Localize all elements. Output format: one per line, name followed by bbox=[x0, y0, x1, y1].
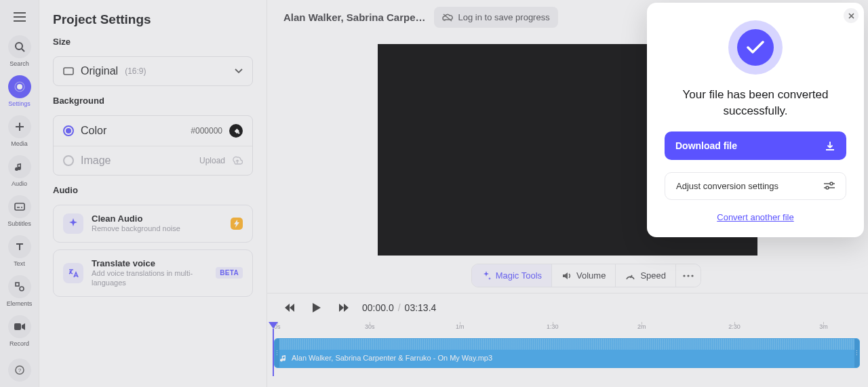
sliders-icon bbox=[824, 182, 835, 190]
audio-section-label: Audio bbox=[53, 185, 253, 195]
speed-button[interactable]: Speed bbox=[616, 264, 676, 287]
sidebar-item-label: Elements bbox=[7, 300, 33, 307]
sidebar-item-label: Record bbox=[9, 340, 29, 347]
magic-tools-button[interactable]: Magic Tools bbox=[472, 264, 552, 287]
clip-name: Alan Walker, Sabrina Carpenter & Farruko… bbox=[292, 354, 492, 362]
login-button[interactable]: Log in to save progress bbox=[434, 7, 558, 28]
svg-point-11 bbox=[683, 274, 685, 277]
timeline-tick: 1m bbox=[456, 323, 465, 330]
sidebar-item-elements[interactable]: Elements bbox=[3, 271, 37, 310]
size-select[interactable]: Original (16:9) bbox=[53, 56, 253, 86]
bg-image-label: Image bbox=[81, 155, 111, 167]
sidebar-item-settings[interactable]: Settings bbox=[3, 71, 37, 110]
clean-audio-sub: Remove background noise bbox=[92, 224, 222, 233]
modal-message: Your file has been converted successfull… bbox=[665, 87, 846, 119]
timeline-area: 00:00.0 / 03:13.4 0s30s1m1:302m2:303m ⋮ … bbox=[267, 293, 868, 376]
svg-rect-9 bbox=[64, 68, 73, 75]
cloud-off-icon bbox=[442, 13, 453, 22]
timeline-tick: 3m bbox=[819, 323, 828, 330]
speed-label: Speed bbox=[640, 270, 666, 281]
shapes-icon bbox=[8, 275, 31, 298]
time-display: 00:00.0 / 03:13.4 bbox=[362, 302, 436, 313]
background-options: Color #000000 Image Upload bbox=[53, 115, 253, 176]
background-image-option[interactable]: Image Upload bbox=[54, 146, 252, 175]
sidebar-item-search[interactable]: Search bbox=[3, 31, 37, 70]
sidebar-item-label: Settings bbox=[8, 100, 31, 107]
clean-audio-card[interactable]: Clean Audio Remove background noise bbox=[53, 205, 253, 243]
svg-point-14 bbox=[830, 182, 833, 185]
svg-point-1 bbox=[17, 84, 22, 89]
svg-point-10 bbox=[237, 132, 239, 134]
sidebar-item-audio[interactable]: Audio bbox=[3, 151, 37, 190]
subtitles-icon bbox=[8, 195, 31, 218]
download-icon bbox=[825, 140, 835, 151]
clip-handle-left[interactable]: ⋮ bbox=[275, 339, 279, 367]
adjust-settings-button[interactable]: Adjust conversion settings bbox=[665, 172, 846, 200]
play-button[interactable] bbox=[308, 299, 326, 317]
radio-unchecked-icon bbox=[63, 155, 74, 166]
download-button[interactable]: Download file bbox=[665, 131, 846, 160]
background-section-label: Background bbox=[53, 96, 253, 106]
close-icon bbox=[848, 13, 854, 19]
aspect-icon bbox=[63, 67, 74, 75]
size-section-label: Size bbox=[53, 37, 253, 47]
size-aspect: (16:9) bbox=[125, 66, 146, 76]
timeline-tick: 2m bbox=[637, 323, 646, 330]
color-swatch[interactable] bbox=[229, 124, 243, 138]
volume-label: Volume bbox=[576, 270, 606, 281]
svg-point-5 bbox=[20, 287, 24, 291]
chevron-down-icon bbox=[235, 68, 243, 74]
convert-another-link[interactable]: Convert another file bbox=[717, 212, 793, 222]
success-badge bbox=[728, 20, 783, 75]
translate-voice-card[interactable]: Translate voice Add voice translations i… bbox=[53, 249, 253, 297]
beta-badge: BETA bbox=[216, 267, 243, 279]
sidebar-item-text[interactable]: Text bbox=[3, 231, 37, 270]
timeline-tick: 2:30 bbox=[728, 323, 741, 330]
sidebar-item-label: Text bbox=[14, 260, 25, 267]
time-sep: / bbox=[398, 302, 401, 313]
time-total: 03:13.4 bbox=[405, 302, 437, 313]
svg-rect-3 bbox=[15, 203, 24, 210]
text-icon bbox=[8, 235, 31, 258]
bolt-icon bbox=[231, 218, 243, 230]
project-name[interactable]: Alan Walker, Sabrina Carpe… bbox=[283, 12, 426, 23]
more-button[interactable] bbox=[676, 264, 701, 287]
close-button[interactable] bbox=[844, 8, 859, 23]
volume-icon bbox=[561, 271, 572, 281]
skip-back-button[interactable] bbox=[281, 299, 298, 317]
help-icon[interactable]: ? bbox=[8, 359, 31, 382]
translate-title: Translate voice bbox=[92, 258, 208, 268]
svg-point-13 bbox=[691, 274, 693, 277]
timeline-clip[interactable]: ⋮ ⋮ Alan Walker, Sabrina Carpenter & Far… bbox=[274, 338, 860, 368]
background-color-option[interactable]: Color #000000 bbox=[54, 116, 252, 146]
music-note-icon bbox=[8, 155, 31, 178]
upload-icon bbox=[232, 155, 243, 166]
sidebar-item-label: Media bbox=[11, 140, 28, 147]
magic-label: Magic Tools bbox=[496, 270, 542, 281]
sidebar-item-subtitles[interactable]: Subtitles bbox=[3, 191, 37, 230]
more-icon bbox=[683, 274, 694, 277]
skip-forward-button[interactable] bbox=[335, 299, 353, 317]
sidebar-item-record[interactable]: Record bbox=[3, 311, 37, 350]
volume-button[interactable]: Volume bbox=[552, 264, 616, 287]
download-label: Download file bbox=[675, 140, 737, 151]
record-icon bbox=[8, 315, 31, 338]
clip-handle-right[interactable]: ⋮ bbox=[854, 339, 859, 367]
adjust-label: Adjust conversion settings bbox=[676, 181, 778, 191]
sidebar-item-media[interactable]: Media bbox=[3, 111, 37, 150]
menu-icon[interactable] bbox=[7, 4, 33, 30]
timeline[interactable]: 0s30s1m1:302m2:303m ⋮ ⋮ Alan Walker, Sab… bbox=[267, 322, 868, 376]
translate-icon bbox=[63, 263, 83, 283]
sidebar-item-label: Audio bbox=[12, 180, 27, 187]
upload-label: Upload bbox=[199, 156, 225, 165]
svg-point-12 bbox=[687, 274, 689, 277]
translate-sub: Add voice translations in multi-language… bbox=[92, 268, 208, 288]
svg-point-0 bbox=[16, 43, 22, 49]
svg-point-15 bbox=[826, 186, 829, 189]
settings-icon bbox=[8, 75, 31, 98]
svg-text:?: ? bbox=[18, 367, 21, 373]
sidebar-item-label: Subtitles bbox=[7, 220, 31, 227]
plus-icon bbox=[8, 115, 31, 138]
size-value: Original bbox=[81, 65, 118, 77]
sidebar-item-label: Search bbox=[9, 60, 29, 67]
